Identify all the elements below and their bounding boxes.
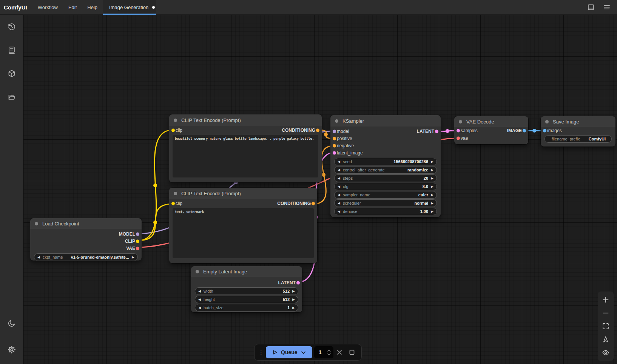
zoom-out-button[interactable] <box>599 307 612 319</box>
clear-queue-button[interactable] <box>333 346 346 358</box>
select-mode-button[interactable] <box>599 333 612 346</box>
decrement-arrow-icon[interactable]: ◀ <box>338 202 340 205</box>
input-port-clip[interactable] <box>171 202 175 205</box>
input-port-clip[interactable] <box>171 129 175 132</box>
decrement-arrow-icon[interactable]: ◀ <box>338 185 340 188</box>
prompt-textarea[interactable]: beautiful scenery nature glass bottle la… <box>173 135 318 177</box>
node-save-image[interactable]: Save Image images filename_prefix ComfyU… <box>541 116 615 147</box>
menu-edit[interactable]: Edit <box>63 0 82 14</box>
sidebar-item-logs[interactable] <box>0 41 23 59</box>
sidebar-item-workflow-history[interactable] <box>0 18 23 36</box>
decrement-arrow-icon[interactable]: ◀ <box>338 177 340 180</box>
output-port-vae[interactable] <box>136 247 139 250</box>
decrement-arrow-icon[interactable]: ◀ <box>338 160 340 163</box>
node-titlebar[interactable]: VAE Decode <box>454 116 528 127</box>
zoom-in-button[interactable] <box>599 293 612 306</box>
sidebar-item-workflows-folder[interactable] <box>0 88 23 106</box>
stop-button[interactable] <box>346 346 358 358</box>
widget-width[interactable]: ◀ width 512 ▶ <box>195 287 298 295</box>
increment-arrow-icon[interactable]: ▶ <box>431 168 433 172</box>
sidebar-item-settings[interactable] <box>0 341 23 359</box>
queue-button[interactable]: Queue <box>266 346 312 358</box>
widget-height[interactable]: ◀ height 512 ▶ <box>195 296 298 303</box>
increment-arrow-icon[interactable]: ▶ <box>292 306 295 310</box>
output-port-image[interactable] <box>523 129 526 133</box>
collapse-dot[interactable] <box>35 222 38 225</box>
widget-seed[interactable]: ◀ seed 156680208700286 ▶ <box>334 158 437 165</box>
widget-control-after-generate[interactable]: ◀ control_after_generate randomize ▶ <box>334 166 437 174</box>
decrement-arrow-icon[interactable]: ◀ <box>338 168 340 172</box>
node-clip-text-encode-positive[interactable]: CLIP Text Encode (Prompt) clip CONDITION… <box>169 114 322 182</box>
widget-ckpt-name[interactable]: ◀ ckpt_name v1-5-pruned-emaonly.safete..… <box>34 253 138 261</box>
widget-scheduler[interactable]: ◀ scheduler normal ▶ <box>334 199 437 207</box>
prompt-textarea[interactable]: text, watermark <box>173 208 314 258</box>
node-titlebar[interactable]: CLIP Text Encode (Prompt) <box>169 114 322 126</box>
chevron-down-icon[interactable] <box>301 350 306 355</box>
decrement-arrow-icon[interactable]: ◀ <box>338 210 340 213</box>
collapse-dot[interactable] <box>335 119 338 123</box>
decrement-arrow-icon[interactable]: ◀ <box>198 306 201 310</box>
toggle-link-visibility-button[interactable] <box>599 347 612 359</box>
widget-batch-size[interactable]: ◀ batch_size 1 ▶ <box>195 304 298 312</box>
decrement-arrow-icon[interactable]: ◀ <box>338 193 340 197</box>
input-port-images[interactable] <box>543 129 546 133</box>
next-arrow-icon[interactable]: ▶ <box>132 256 134 259</box>
increment-arrow-icon[interactable]: ▶ <box>431 185 433 188</box>
node-vae-decode[interactable]: VAE Decode samples IMAGE vae <box>454 116 528 144</box>
increment-arrow-icon[interactable]: ▶ <box>431 202 433 205</box>
input-port-latent-image[interactable] <box>333 151 336 154</box>
input-port-samples[interactable] <box>457 129 460 133</box>
fit-view-button[interactable] <box>599 320 612 332</box>
output-port-conditioning[interactable] <box>316 129 319 132</box>
tab-image-generation[interactable]: Image Generation <box>103 0 156 14</box>
sidebar-item-theme-toggle[interactable] <box>0 314 23 332</box>
increment-arrow-icon[interactable]: ▶ <box>431 193 433 197</box>
increment-arrow-icon[interactable]: ▶ <box>431 210 433 213</box>
input-port-positive[interactable] <box>333 137 336 140</box>
menu-workflow[interactable]: Workflow <box>32 0 63 14</box>
widget-denoise[interactable]: ◀ denoise 1.00 ▶ <box>334 208 437 215</box>
node-titlebar[interactable]: Empty Latent Image <box>191 266 302 277</box>
previous-arrow-icon[interactable]: ◀ <box>37 256 40 259</box>
increment-arrow-icon[interactable]: ▶ <box>292 298 295 301</box>
collapse-dot[interactable] <box>196 270 199 273</box>
sidebar-item-node-library[interactable] <box>0 65 23 83</box>
collapse-dot[interactable] <box>174 119 177 122</box>
graph-canvas[interactable] <box>23 15 617 364</box>
increment-arrow-icon[interactable]: ▶ <box>431 160 433 163</box>
node-empty-latent-image[interactable]: Empty Latent Image LATENT ◀ width 512 ▶ … <box>191 266 302 312</box>
input-port-model[interactable] <box>333 130 336 133</box>
collapse-dot[interactable] <box>545 120 549 123</box>
input-port-vae[interactable] <box>457 137 460 140</box>
node-clip-text-encode-negative[interactable]: CLIP Text Encode (Prompt) clip CONDITION… <box>169 188 317 263</box>
output-port-latent[interactable] <box>435 130 438 133</box>
node-titlebar[interactable]: KSampler <box>330 115 441 126</box>
decrement-arrow-icon[interactable]: ◀ <box>198 290 201 293</box>
increment-arrow-icon[interactable]: ▶ <box>292 290 295 293</box>
input-port-negative[interactable] <box>333 144 336 147</box>
widget-steps[interactable]: ◀ steps 20 ▶ <box>334 174 437 182</box>
widget-sampler-name[interactable]: ◀ sampler_name euler ▶ <box>334 191 437 199</box>
node-load-checkpoint[interactable]: Load Checkpoint MODEL CLIP VAE ◀ ckpt_na… <box>30 218 142 261</box>
node-titlebar[interactable]: Save Image <box>541 116 615 127</box>
menu-help[interactable]: Help <box>82 0 103 14</box>
widget-filename-prefix[interactable]: filename_prefix ComfyUI <box>545 135 612 143</box>
main-menu-button[interactable] <box>602 2 612 12</box>
collapse-dot[interactable] <box>459 120 462 123</box>
batch-count-input[interactable]: 1 <box>314 346 333 358</box>
output-port-clip[interactable] <box>136 239 139 243</box>
output-port-conditioning[interactable] <box>312 202 315 205</box>
collapse-dot[interactable] <box>174 192 177 195</box>
output-port-latent[interactable] <box>296 281 300 284</box>
bottom-panel-toggle-button[interactable] <box>586 2 596 12</box>
node-titlebar[interactable]: CLIP Text Encode (Prompt) <box>169 188 317 199</box>
output-port-model[interactable] <box>136 232 139 236</box>
drag-handle-icon[interactable]: ⋮ <box>258 350 264 355</box>
node-titlebar[interactable]: Load Checkpoint <box>30 218 142 229</box>
widget-cfg[interactable]: ◀ cfg 8.0 ▶ <box>334 183 437 190</box>
spinner-down-icon[interactable] <box>327 353 331 356</box>
decrement-arrow-icon[interactable]: ◀ <box>198 298 201 301</box>
increment-arrow-icon[interactable]: ▶ <box>431 177 433 180</box>
spinner-up-icon[interactable] <box>327 349 331 352</box>
node-ksampler[interactable]: KSampler model LATENT positive negative … <box>330 115 441 217</box>
